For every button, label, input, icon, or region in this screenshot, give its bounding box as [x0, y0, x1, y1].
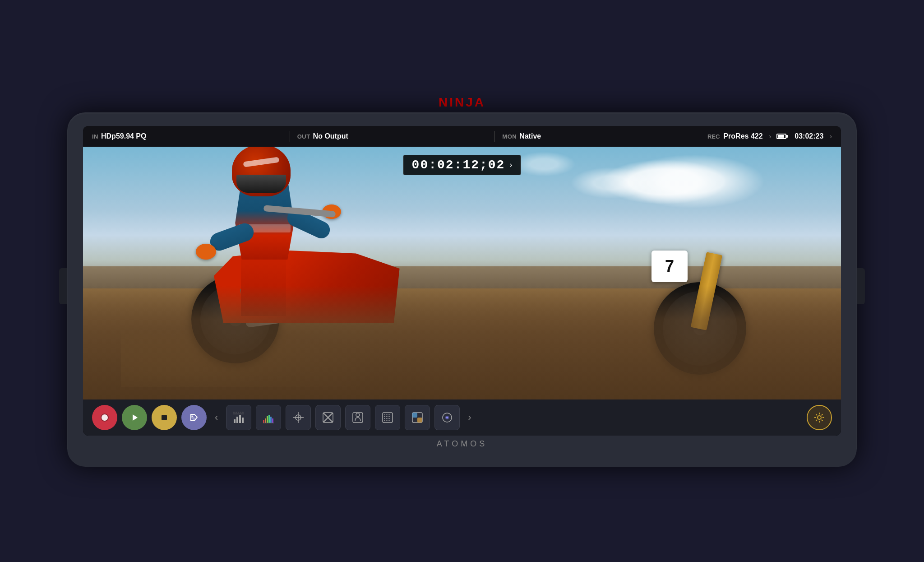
- svg-line-45: [822, 414, 823, 416]
- scope-button[interactable]: [434, 405, 460, 430]
- svg-rect-6: [236, 417, 238, 423]
- helmet: [232, 147, 291, 196]
- divider-2: [494, 131, 495, 142]
- divider-1: [290, 131, 290, 142]
- out-label: OUT: [297, 133, 310, 140]
- svg-line-43: [816, 414, 818, 416]
- svg-point-21: [298, 417, 299, 418]
- svg-marker-2: [133, 414, 138, 421]
- record-icon: [100, 413, 110, 423]
- stop-button[interactable]: [152, 405, 177, 430]
- mon-label: MON: [502, 133, 517, 140]
- timecode-next-icon[interactable]: ›: [509, 160, 512, 170]
- svg-rect-16: [272, 418, 273, 423]
- svg-rect-34: [417, 418, 422, 423]
- svg-rect-27: [383, 413, 393, 423]
- cloud-2: [570, 167, 651, 199]
- waveform-icon: [232, 411, 245, 424]
- settings-icon: [813, 412, 825, 423]
- mon-value: Native: [519, 132, 541, 140]
- tag-button[interactable]: [181, 405, 207, 430]
- stop-icon: [159, 413, 169, 423]
- output-status-group: OUT No Output: [297, 132, 488, 140]
- scope-icon: [441, 411, 453, 424]
- status-bar: IN HDp59.94 PQ OUT No Output MON Native …: [83, 126, 841, 147]
- histogram-icon: [262, 411, 275, 424]
- focus-icon: [351, 411, 364, 424]
- next-button[interactable]: ›: [464, 408, 475, 427]
- device-wrapper: NINJA IN HDp59.94 PQ OUT No Output MON N…: [67, 95, 857, 467]
- svg-rect-12: [265, 418, 266, 423]
- svg-point-4: [192, 416, 193, 417]
- mon-status-group: MON Native: [502, 132, 693, 140]
- svg-rect-8: [242, 418, 244, 423]
- timecode-overlay[interactable]: 00:02:12;02 ›: [403, 155, 521, 175]
- divider-3: [700, 131, 700, 142]
- svg-rect-5: [234, 419, 236, 423]
- rec-timecode: 03:02:23: [795, 132, 823, 140]
- record-button[interactable]: [92, 405, 117, 430]
- input-status-group: IN HDp59.94 PQ: [92, 132, 282, 140]
- teal-accent: [240, 285, 277, 302]
- controls-bar: ‹: [83, 399, 841, 436]
- play-icon: [129, 413, 139, 423]
- svg-point-1: [102, 414, 108, 421]
- left-glove: [196, 244, 216, 260]
- crosshair-icon: [292, 411, 305, 424]
- dust: [121, 324, 386, 387]
- front-wheel: [654, 282, 746, 375]
- visor: [236, 175, 286, 193]
- zebra-button[interactable]: [375, 405, 400, 430]
- svg-point-38: [818, 416, 821, 419]
- svg-point-37: [446, 417, 448, 418]
- timecode-arrow: ›: [830, 133, 832, 140]
- brand-title: NINJA: [439, 95, 485, 110]
- battery-icon: [776, 134, 786, 139]
- fork: [691, 252, 723, 330]
- video-preview: 7: [83, 147, 841, 399]
- out-value: No Output: [313, 132, 348, 140]
- prev-button[interactable]: ‹: [211, 408, 222, 427]
- rec-status-group: REC ProRes 422 › 03:02:23 ›: [707, 132, 832, 140]
- svg-rect-7: [239, 415, 241, 423]
- waveform-button[interactable]: [226, 405, 251, 430]
- svg-rect-14: [268, 415, 270, 423]
- exhaust: [245, 309, 318, 328]
- svg-rect-3: [162, 415, 167, 420]
- rec-arrow: ›: [769, 133, 772, 140]
- cloud-3: [513, 152, 576, 176]
- svg-point-25: [356, 413, 360, 417]
- crosshair-button[interactable]: [286, 405, 311, 430]
- svg-line-44: [822, 420, 823, 421]
- settings-button[interactable]: [807, 405, 832, 430]
- play-button[interactable]: [122, 405, 147, 430]
- horizon: [83, 266, 841, 293]
- in-value: HDp59.94 PQ: [101, 132, 146, 140]
- atomos-label: ATOMOS: [83, 436, 841, 449]
- svg-rect-11: [263, 420, 264, 423]
- svg-rect-33: [412, 413, 417, 418]
- tag-icon: [189, 413, 199, 423]
- lut-icon: [411, 411, 424, 424]
- device-body: IN HDp59.94 PQ OUT No Output MON Native …: [67, 112, 857, 467]
- svg-line-46: [816, 420, 818, 421]
- svg-rect-15: [270, 417, 272, 423]
- lut-button[interactable]: [405, 405, 430, 430]
- in-label: IN: [92, 133, 98, 140]
- ground: [83, 288, 841, 399]
- histogram-button[interactable]: [256, 405, 281, 430]
- rec-value: ProRes 422: [723, 132, 762, 140]
- zebra-icon: [381, 411, 394, 424]
- cross-button[interactable]: [315, 405, 341, 430]
- rear-wheel: [191, 275, 279, 363]
- focus-button[interactable]: [345, 405, 370, 430]
- cross-icon: [322, 411, 334, 424]
- number-plate: 7: [651, 251, 688, 282]
- video-background: 7: [83, 147, 841, 399]
- svg-rect-13: [267, 416, 268, 423]
- screen: IN HDp59.94 PQ OUT No Output MON Native …: [83, 126, 841, 436]
- timecode-value: 00:02:12;02: [412, 158, 505, 172]
- rec-label: REC: [707, 133, 720, 140]
